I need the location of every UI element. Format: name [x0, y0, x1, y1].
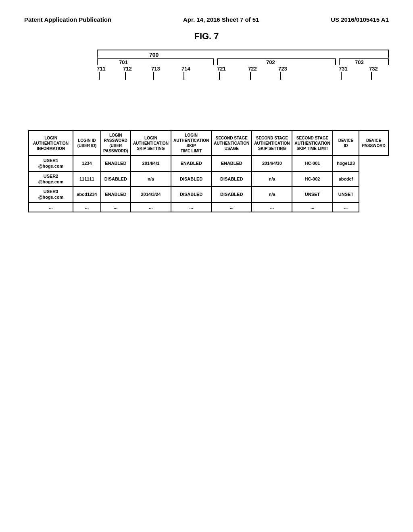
- label-700: 700: [149, 52, 159, 58]
- fig-label: FIG. 7: [0, 31, 413, 42]
- main-table: LOGIN AUTHENTICATIONINFORMATION LOGIN ID…: [28, 130, 389, 212]
- table-cell: UNSET: [292, 187, 332, 202]
- table-cell: hoge123: [333, 156, 359, 171]
- table-cell: ...: [211, 202, 252, 212]
- label-712: 712: [123, 66, 132, 80]
- header-left: Patent Application Publication: [24, 16, 111, 23]
- table-cell: USER3 @hoge.com: [29, 187, 73, 202]
- header: Patent Application Publication Apr. 14, …: [0, 0, 413, 31]
- table-cell: ENABLED: [101, 187, 131, 202]
- table-cell: ...: [131, 202, 171, 212]
- table-cell: ...: [73, 202, 101, 212]
- table-cell: 2014/3/24: [131, 187, 171, 202]
- table-cell: ...: [171, 202, 211, 212]
- table-cell: abcdef: [333, 171, 359, 187]
- label-714: 714: [181, 66, 190, 80]
- label-732: 732: [369, 66, 378, 80]
- table-row: USER3 @hoge.comabcd1234ENABLED2014/3/24D…: [29, 187, 388, 202]
- table-cell: DISABLED: [101, 171, 131, 187]
- table-cell: HC-001: [292, 156, 332, 171]
- table-cell: ENABLED: [101, 156, 131, 171]
- label-703: 703: [355, 59, 364, 65]
- table-container: LOGIN AUTHENTICATIONINFORMATION LOGIN ID…: [28, 130, 389, 212]
- bracket-702: [217, 58, 336, 65]
- label-711: 711: [97, 66, 106, 80]
- table-row: ...........................: [29, 202, 388, 212]
- table-cell: DISABLED: [211, 187, 252, 202]
- header-right: US 2016/0105415 A1: [331, 16, 389, 23]
- table-cell: ENABLED: [171, 156, 211, 171]
- table-cell: 2014/4/1: [131, 156, 171, 171]
- table-cell: ...: [252, 202, 292, 212]
- table-cell: n/a: [131, 171, 171, 187]
- table-cell: ...: [333, 202, 359, 212]
- bracket-701: [97, 58, 214, 65]
- table-cell: abcd1234: [73, 187, 101, 202]
- table-cell: HC-002: [292, 171, 332, 187]
- col-device-id: DEVICEID: [333, 131, 359, 156]
- page: Patent Application Publication Apr. 14, …: [0, 0, 413, 532]
- col-login-skip-time: LOGINAUTHENTICATIONSKIPTIME LIMIT: [171, 131, 211, 156]
- table-cell: ...: [29, 202, 73, 212]
- table-cell: 2014/4/30: [252, 156, 292, 171]
- header-center: Apr. 14, 2016 Sheet 7 of 51: [183, 16, 259, 23]
- table-cell: ...: [292, 202, 332, 212]
- bracket-700: [97, 50, 389, 58]
- label-713: 713: [151, 66, 160, 80]
- label-702: 702: [266, 59, 275, 65]
- table-cell: USER1 @hoge.com: [29, 156, 73, 171]
- col-device-password: DEVICEPASSWORD: [359, 131, 388, 156]
- table-cell: n/a: [252, 171, 292, 187]
- bracket-703: [339, 58, 389, 65]
- table-cell: UNSET: [333, 187, 359, 202]
- table-cell: DISABLED: [171, 187, 211, 202]
- col-second-usage: SECOND STAGEAUTHENTICATIONUSAGE: [211, 131, 252, 156]
- table-cell: 111111: [73, 171, 101, 187]
- table-row: USER2 @hoge.com111111DISABLEDn/aDISABLED…: [29, 171, 388, 187]
- label-722: 722: [248, 66, 257, 80]
- table-cell: ...: [101, 202, 131, 212]
- col-login-skip-setting: LOGINAUTHENTICATIONSKIP SETTING: [131, 131, 171, 156]
- diagram-area: 700 701 702 703 711 712 713: [24, 50, 389, 212]
- label-701: 701: [119, 59, 128, 65]
- table-row: USER1 @hoge.com1234ENABLED2014/4/1ENABLE…: [29, 156, 388, 171]
- col-second-skip-time: SECOND STAGEAUTHENTICATIONSKIP TIME LIMI…: [292, 131, 332, 156]
- col-second-skip-setting: SECOND STAGEAUTHENTICATIONSKIP SETTING: [252, 131, 292, 156]
- ref-labels-area: 700 701 702 703 711 712 713: [28, 50, 389, 130]
- label-723: 723: [278, 66, 287, 80]
- table-cell: DISABLED: [211, 171, 252, 187]
- col-login-info: LOGIN AUTHENTICATIONINFORMATION: [29, 131, 73, 156]
- label-721: 721: [217, 66, 226, 80]
- table-cell: 1234: [73, 156, 101, 171]
- table-cell: ENABLED: [211, 156, 252, 171]
- col-login-password: LOGINPASSWORD(USERPASSWORD): [101, 131, 131, 156]
- table-cell: DISABLED: [171, 171, 211, 187]
- label-731: 731: [339, 66, 348, 80]
- col-login-id: LOGIN ID(USER ID): [73, 131, 101, 156]
- table-cell: n/a: [252, 187, 292, 202]
- table-cell: USER2 @hoge.com: [29, 171, 73, 187]
